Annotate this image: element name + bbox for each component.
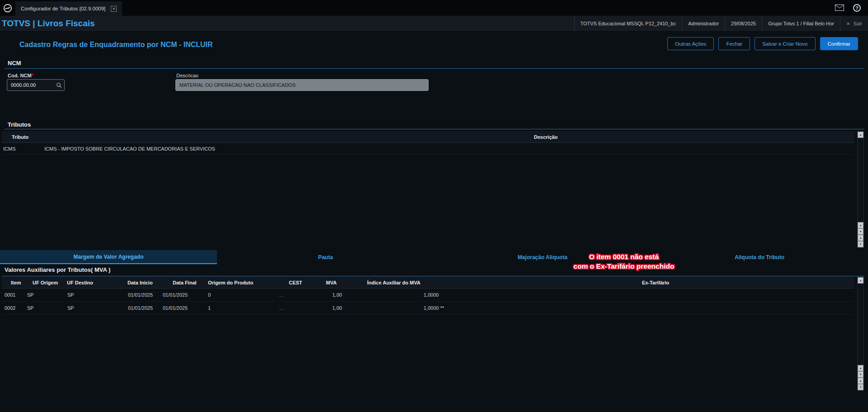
app-screen: Configurador de Tributos [02.9.0009] ✕ ?… — [0, 0, 868, 412]
table-cell: 01/01/2025 — [108, 302, 163, 314]
table-cell: ICMS - IMPOSTO SOBRE CIRCULACAO DE MERCA… — [43, 143, 854, 154]
required-marker: * — [32, 73, 33, 78]
scroll-down-button[interactable]: ▼ — [858, 228, 863, 235]
cod-ncm-label: Cod. NCM* — [8, 73, 33, 78]
scrollbar-track — [858, 284, 863, 365]
scroll-down-button[interactable]: ▼ — [858, 371, 863, 378]
table-cell: 01/01/2025 — [163, 302, 208, 314]
topbar-actions: ? — [835, 0, 868, 16]
table-cell: 0002 — [2, 302, 26, 314]
table-cell: 1,00 — [315, 302, 364, 314]
table-row[interactable]: ICMSICMS - IMPOSTO SOBRE CIRCULACAO DE M… — [2, 143, 854, 155]
table-row[interactable]: 0001SPSP01/01/202501/01/20250. .1,001,00… — [2, 289, 854, 302]
tributos-table-body: ICMSICMS - IMPOSTO SOBRE CIRCULACAO DE M… — [2, 143, 854, 155]
fechar-button[interactable]: Fechar — [718, 37, 750, 50]
column-header-uf-destino[interactable]: UF Destino — [63, 277, 108, 288]
table-cell: . . — [264, 302, 315, 314]
table-cell: 1 — [208, 302, 264, 314]
totvs-logo-icon — [0, 0, 15, 16]
confirmar-button[interactable]: Confirmar — [820, 37, 858, 50]
scrollbar-track — [858, 138, 863, 222]
table-cell: 0 — [208, 289, 264, 301]
exit-button[interactable]: ✕ Sair — [840, 16, 868, 31]
tributos-scrollbar[interactable]: ▲ ▲ ▼ ▲ ▼ — [857, 131, 864, 248]
system-topbar: Configurador de Tributos [02.9.0009] ✕ ? — [0, 0, 868, 16]
cod-ncm-field-wrap — [7, 79, 65, 91]
table-cell: 01/01/2025 — [163, 289, 208, 301]
action-buttons: Outras Ações Fechar Salvar e Criar Novo … — [667, 37, 858, 50]
table-cell: 1,00 — [315, 289, 364, 301]
column-header-item[interactable]: Item — [2, 277, 26, 288]
mva-scrollbar[interactable]: ▲ ▲ ▼ ▲ ▼ — [857, 277, 864, 391]
table-cell — [527, 302, 854, 314]
ncm-section-divider — [5, 68, 864, 69]
date-label: 29/08/2025 — [725, 16, 762, 31]
table-cell: 01/01/2025 — [108, 289, 163, 301]
session-info: TOTVS Educacional MSSQL P12_2410_bc Admi… — [574, 16, 868, 31]
scroll-up-button[interactable]: ▲ — [858, 277, 863, 284]
descricao-input — [175, 79, 429, 91]
column-header-cest[interactable]: CEST — [264, 277, 315, 288]
column-header-ex-tarifario[interactable]: Ex-Tarifário — [527, 277, 854, 288]
column-header-origem-produto[interactable]: Origem do Produto — [208, 277, 264, 288]
document-tab-title: Configurador de Tributos [02.9.0009] — [21, 6, 105, 11]
scroll-page-up-button[interactable]: ▲ — [858, 235, 863, 241]
descricao-label: Descricao — [176, 73, 198, 78]
search-icon[interactable] — [56, 82, 62, 89]
column-header-tributo[interactable]: Tributo — [2, 131, 43, 142]
help-icon[interactable]: ? — [853, 4, 861, 12]
page-title: Cadastro Regras de Enquadramento por NCM… — [19, 41, 213, 49]
mva-section-divider — [2, 276, 864, 276]
table-cell: 0001 — [2, 289, 26, 301]
table-cell: SP — [26, 289, 63, 301]
annotation-line2: com o Ex-Tarifário preenchido — [556, 261, 692, 271]
column-header-mva[interactable]: MVA — [315, 277, 364, 288]
scroll-page-up-button[interactable]: ▲ — [858, 222, 863, 228]
tributos-section-title: Tributos — [8, 121, 31, 128]
user-label: Administrador — [682, 16, 725, 31]
mva-section-title: Valores Auxiliares por Tributos( MVA ) — [5, 266, 110, 273]
tributos-section-divider — [5, 129, 864, 129]
annotation-line1: O item 0001 não está — [556, 252, 692, 261]
column-header-descricao[interactable]: Descrição — [43, 131, 854, 142]
mva-table: Item UF Origem UF Destino Data Inicio Da… — [2, 277, 854, 315]
scroll-up-button[interactable]: ▲ — [858, 132, 863, 138]
scroll-page-down-button[interactable]: ▼ — [858, 241, 863, 247]
exit-label: Sair — [853, 21, 862, 26]
exit-x-icon: ✕ — [846, 21, 850, 26]
brand-title: TOTVS | Livros Fiscais — [0, 19, 95, 28]
table-cell: SP — [63, 289, 108, 301]
mail-icon[interactable] — [835, 5, 844, 12]
column-header-uf-origem[interactable]: UF Origem — [26, 277, 63, 288]
table-cell: SP — [26, 302, 63, 314]
close-tab-icon[interactable]: ✕ — [111, 6, 117, 12]
table-cell: . . — [264, 289, 315, 301]
salvar-criar-novo-button[interactable]: Salvar e Criar Novo — [755, 37, 815, 50]
tributos-header-row: Tributo Descrição — [2, 131, 854, 143]
tab-pauta[interactable]: Pauta — [217, 250, 434, 264]
column-header-indice-auxiliar[interactable]: Índice Auxiliar do MVA — [364, 277, 527, 288]
tab-margem-valor-agregado[interactable]: Margem de Valor Agregado — [0, 250, 217, 264]
column-header-data-final[interactable]: Data Final — [163, 277, 208, 288]
outras-acoes-button[interactable]: Outras Ações — [667, 37, 714, 50]
table-row[interactable]: 0002SPSP01/01/202501/01/20251. .1,001,00… — [2, 302, 854, 315]
table-cell — [527, 289, 854, 301]
table-cell: 1,0000 ** — [364, 302, 527, 314]
tab-bar: Margem de Valor Agregado Pauta Majoração… — [0, 250, 868, 264]
table-cell: SP — [63, 302, 108, 314]
app-header-bar: TOTVS | Livros Fiscais TOTVS Educacional… — [0, 16, 868, 32]
mva-table-body: 0001SPSP01/01/202501/01/20250. .1,001,00… — [2, 289, 854, 315]
document-tab[interactable]: Configurador de Tributos [02.9.0009] ✕ — [15, 1, 122, 16]
company-branch-label: Grupo Totvs 1 / Filial Belo Hor — [762, 16, 840, 31]
environment-label: TOTVS Educacional MSSQL P12_2410_bc — [574, 16, 682, 31]
ncm-section-title: NCM — [8, 60, 21, 66]
tributos-table: Tributo Descrição ICMSICMS - IMPOSTO SOB… — [2, 131, 854, 155]
column-header-data-inicio[interactable]: Data Inicio — [108, 277, 163, 288]
descricao-field-wrap — [175, 79, 429, 91]
table-cell: 1,0000 — [364, 289, 527, 301]
table-cell: ICMS — [2, 143, 43, 154]
scroll-page-down-button[interactable]: ▼ — [858, 384, 863, 390]
scroll-page-up-button[interactable]: ▲ — [858, 365, 863, 371]
scroll-page-up-button[interactable]: ▲ — [858, 378, 863, 384]
mva-header-row: Item UF Origem UF Destino Data Inicio Da… — [2, 277, 854, 289]
